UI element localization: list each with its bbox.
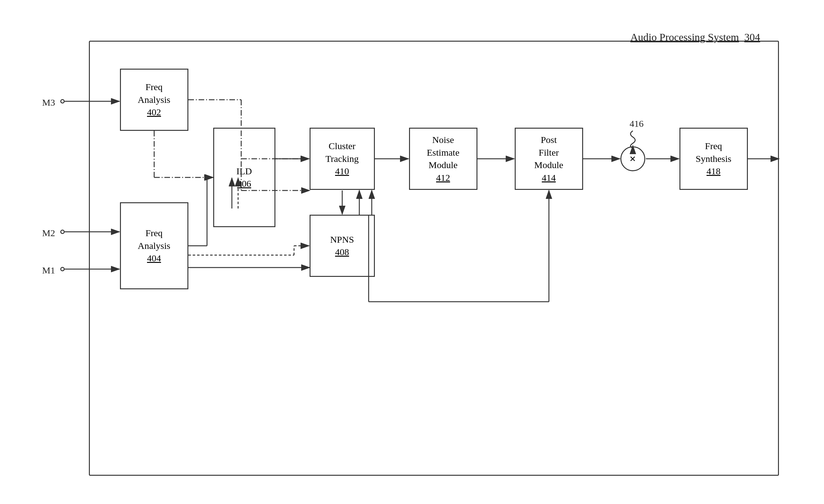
input-m3-dot: [60, 99, 65, 104]
input-m1-dot: [60, 267, 65, 271]
block-freq404: Freq Analysis 404: [120, 202, 188, 289]
ild406-line1: ILD: [236, 165, 252, 178]
freq402-line2: Analysis: [138, 94, 170, 106]
noise412-line1: Noise: [432, 134, 454, 146]
multiply-symbol: ×: [620, 146, 645, 171]
page: Audio Processing System 304 M3 M2 M1 Fre…: [0, 0, 824, 504]
system-title: Audio Processing System: [630, 31, 739, 43]
input-m2-label: M2: [42, 228, 55, 238]
system-ref: 304: [744, 31, 760, 43]
freq404-line1: Freq: [145, 227, 163, 240]
noise412-line2: Estimate: [427, 146, 459, 159]
freq404-line2: Analysis: [138, 240, 170, 252]
diagram: Audio Processing System 304 M3 M2 M1 Fre…: [39, 22, 785, 482]
input-m3-label: M3: [42, 97, 55, 108]
block-freq402: Freq Analysis 402: [120, 69, 188, 131]
block-ild406: ILD 406: [213, 128, 276, 227]
input-m1-label: M1: [42, 265, 55, 276]
freq402-line1: Freq: [145, 81, 163, 94]
system-border: [89, 41, 779, 476]
postfilter414-line1: Post: [541, 134, 557, 146]
block-cluster410: Cluster Tracking 410: [310, 128, 375, 190]
block-npns408: NPNS 408: [310, 215, 375, 277]
noise412-line3: Module: [429, 159, 457, 171]
freq402-ref: 402: [147, 106, 161, 119]
npns408-ref: 408: [335, 246, 349, 259]
postfilter414-line2: Filter: [539, 146, 559, 159]
freqsynth418-ref: 418: [707, 165, 720, 178]
freqsynth418-line2: Synthesis: [696, 152, 731, 165]
block-freqsynth418: Freq Synthesis 418: [680, 128, 748, 190]
system-label: Audio Processing System 304: [630, 31, 760, 43]
input-m2-dot: [60, 230, 65, 234]
postfilter414-line3: Module: [534, 159, 563, 171]
cluster410-ref: 410: [335, 165, 349, 178]
freq404-ref: 404: [147, 252, 161, 265]
ild406-ref: 406: [237, 177, 251, 190]
label-416: 416: [630, 118, 644, 129]
cluster410-line1: Cluster: [328, 140, 355, 152]
block-noise412: Noise Estimate Module 412: [409, 128, 478, 190]
postfilter414-ref: 414: [542, 171, 556, 184]
freqsynth418-line1: Freq: [705, 140, 722, 152]
npns408-line1: NPNS: [330, 233, 354, 246]
block-postfilter414: Post Filter Module 414: [515, 128, 583, 190]
cluster410-line2: Tracking: [325, 152, 359, 165]
noise412-ref: 412: [436, 171, 450, 184]
